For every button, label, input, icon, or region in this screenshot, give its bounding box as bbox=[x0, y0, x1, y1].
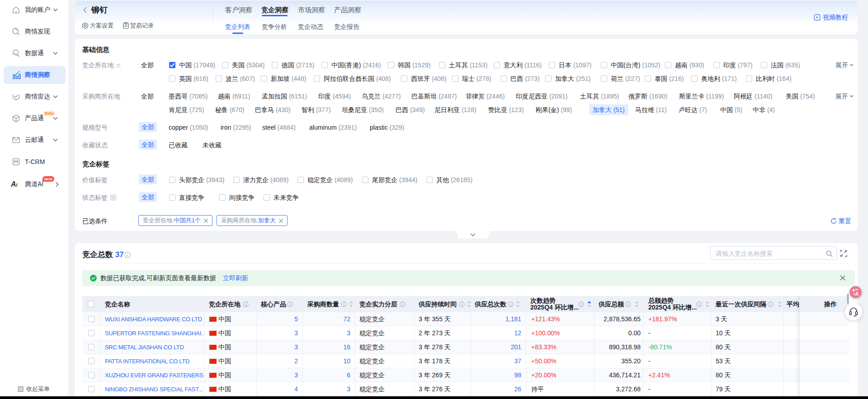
svg-text:A: A bbox=[855, 291, 859, 296]
